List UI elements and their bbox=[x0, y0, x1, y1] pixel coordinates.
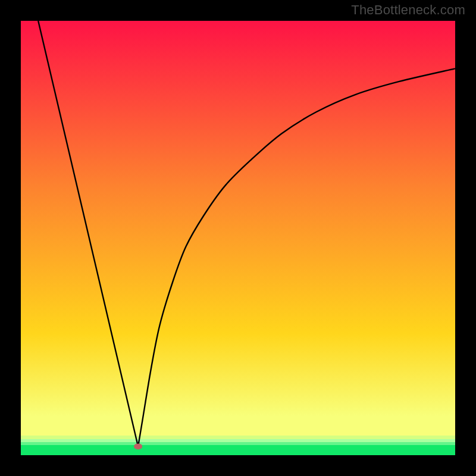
chart-frame: TheBottleneck.com bbox=[0, 0, 476, 476]
watermark-text: TheBottleneck.com bbox=[351, 2, 465, 18]
stripe-lightgreen bbox=[21, 439, 455, 442]
minimum-marker bbox=[134, 443, 142, 449]
chart-svg bbox=[21, 21, 455, 455]
plot-area bbox=[21, 21, 455, 455]
stripe-green bbox=[21, 445, 455, 455]
stripe-medgreen bbox=[21, 442, 455, 445]
gradient-background bbox=[21, 21, 455, 455]
stripe-yellowgreen bbox=[21, 436, 455, 439]
